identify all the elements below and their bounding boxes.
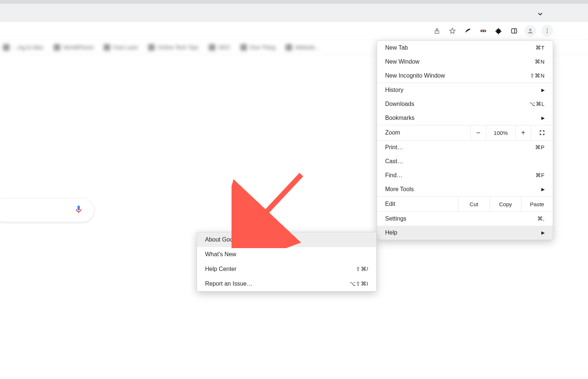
svg-point-10 [547,28,548,29]
chevron-right-icon: ▶ [541,187,545,192]
bookmark-item[interactable]: Online Tech Tips [148,44,198,51]
menu-history[interactable]: History ▶ [377,83,553,97]
zoom-in-button[interactable]: + [515,125,531,140]
window-title-bar [0,4,588,22]
svg-point-6 [484,31,485,31]
edit-paste-button[interactable]: Paste [521,197,553,211]
menu-more-tools[interactable]: More Tools ▶ [377,182,553,196]
menu-label: What's New [205,251,236,258]
bookmark-item[interactable]: Fast Lane [104,44,138,51]
svg-line-14 [246,175,301,233]
svg-point-5 [482,31,483,31]
menu-label: Bookmarks [385,115,415,121]
menu-label: Help [385,229,397,236]
bookmark-item[interactable]: …ing to Mac [3,44,43,51]
bookmark-item[interactable]: SEO [209,44,230,51]
google-search-box[interactable] [0,199,94,222]
menu-label: History [385,87,404,93]
star-icon[interactable] [447,26,458,36]
menu-label: Help Center [205,266,236,272]
menu-new-window[interactable]: New Window ⌘N [377,55,553,69]
menu-edit-row: Edit Cut Copy Paste [377,196,553,212]
menu-about-chrome[interactable]: About Google Chrome [197,232,376,247]
tab-strip [0,0,588,4]
menu-label: More Tools [385,186,414,193]
menu-label: Zoom [377,125,470,140]
menu-shortcut: ⇧⌘N [530,72,545,79]
fullscreen-button[interactable] [531,125,553,140]
menu-bookmarks[interactable]: Bookmarks ▶ [377,111,553,125]
menu-print[interactable]: Print… ⌘P [377,140,553,154]
more-menu-icon[interactable] [541,25,553,37]
menu-new-tab[interactable]: New Tab ⌘T [377,41,553,55]
menu-label: New Tab [385,44,408,51]
menu-label: Print… [385,144,403,151]
menu-label: About Google Chrome [205,236,263,243]
menu-find[interactable]: Find… ⌘F [377,168,553,182]
menu-new-incognito[interactable]: New Incognito Window ⇧⌘N [377,69,553,83]
menu-cast[interactable]: Cast… [377,154,553,168]
svg-point-12 [547,32,548,33]
menu-shortcut: ⇧⌘/ [356,266,368,272]
svg-marker-1 [450,28,455,33]
svg-point-9 [529,29,531,31]
menu-help[interactable]: Help ▶ [377,226,553,240]
chevron-down-icon[interactable] [537,10,544,19]
share-icon[interactable] [432,26,442,36]
zoom-value: 100% [486,125,515,140]
menu-shortcut: ⌘P [535,144,545,151]
help-submenu: About Google Chrome What's New Help Cent… [197,232,377,292]
edit-cut-button[interactable]: Cut [458,197,490,211]
menu-shortcut: ⌘, [537,215,545,222]
menu-shortcut: ⌥⌘L [529,101,545,107]
menu-label: Report an Issue… [205,280,252,287]
edit-copy-button[interactable]: Copy [490,197,521,211]
extensions-puzzle-icon[interactable] [494,26,504,36]
menu-help-center[interactable]: Help Center ⇧⌘/ [197,262,376,276]
menu-label: Downloads [385,101,414,107]
microphone-icon[interactable] [74,205,83,216]
menu-label: Find… [385,172,402,179]
ext-eyes-icon[interactable] [478,26,488,36]
menu-whats-new[interactable]: What's New [197,247,376,262]
bookmark-item[interactable]: Website… [286,44,320,51]
svg-rect-7 [512,29,517,33]
menu-settings[interactable]: Settings ⌘, [377,212,553,226]
menu-shortcut: ⌥⇧⌘I [349,280,368,287]
chevron-right-icon: ▶ [541,230,545,235]
bookmark-item[interactable]: One Thing [240,44,276,51]
menu-label: Cast… [385,158,403,165]
menu-shortcut: ⌘N [535,58,545,65]
ext-swoosh-icon[interactable] [463,26,473,36]
bookmark-item[interactable]: WorldPhone [54,44,93,51]
chrome-main-menu: New Tab ⌘T New Window ⌘N New Incognito W… [377,40,553,240]
menu-label: Edit [377,197,458,211]
profile-icon[interactable] [524,25,536,37]
menu-shortcut: ⌘F [535,172,545,179]
zoom-out-button[interactable]: − [470,125,486,140]
menu-label: New Window [385,58,419,65]
menu-shortcut: ⌘T [535,44,545,51]
menu-downloads[interactable]: Downloads ⌥⌘L [377,97,553,111]
sidepanel-icon[interactable] [509,26,519,36]
svg-point-11 [547,30,548,31]
browser-toolbar [0,22,588,40]
menu-label: New Incognito Window [385,72,445,79]
menu-report-issue[interactable]: Report an Issue… ⌥⇧⌘I [197,276,376,291]
chevron-right-icon: ▶ [541,115,545,121]
chevron-right-icon: ▶ [541,87,545,93]
menu-label: Settings [385,215,406,222]
menu-zoom-row: Zoom − 100% + [377,125,553,140]
